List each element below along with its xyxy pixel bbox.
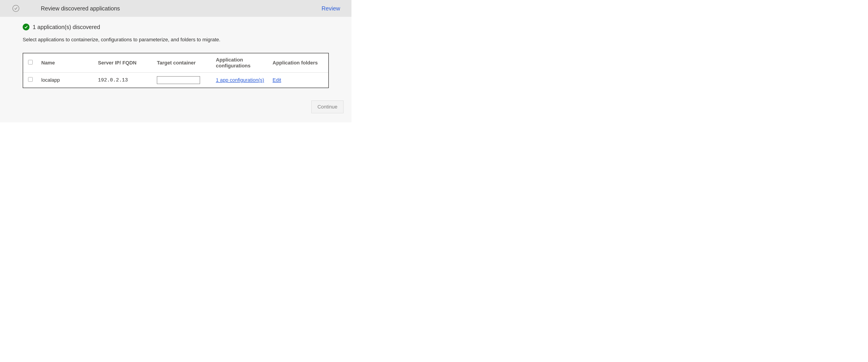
target-container-input[interactable] xyxy=(157,76,200,84)
app-name: localapp xyxy=(37,73,93,88)
app-configurations-link[interactable]: 1 app configuration(s) xyxy=(216,77,264,83)
footer: Continue xyxy=(23,88,343,113)
step-title: Review discovered applications xyxy=(41,5,321,12)
step-header: Review discovered applications Review xyxy=(0,0,351,17)
column-header-name: Name xyxy=(37,53,93,73)
review-link[interactable]: Review xyxy=(321,5,340,12)
column-header-folders: Application folders xyxy=(268,53,328,73)
app-ip: 192.0.2.13 xyxy=(93,73,152,88)
select-row-checkbox[interactable] xyxy=(28,77,33,82)
step-body: 1 application(s) discovered Select appli… xyxy=(0,17,351,122)
column-header-configurations: Application configurations xyxy=(211,53,268,73)
table-row: localapp 192.0.2.13 1 app configuration(… xyxy=(23,73,328,88)
success-icon xyxy=(23,24,29,30)
app-folders-edit-link[interactable]: Edit xyxy=(273,77,281,83)
column-header-target: Target container xyxy=(152,53,211,73)
column-header-ip: Server IP/ FQDN xyxy=(93,53,152,73)
applications-table: Name Server IP/ FQDN Target container Ap… xyxy=(23,53,329,88)
discovery-status-text: 1 application(s) discovered xyxy=(33,24,100,30)
instructions-text: Select applications to containerize, con… xyxy=(23,37,343,43)
continue-button[interactable]: Continue xyxy=(311,101,343,113)
discovery-status: 1 application(s) discovered xyxy=(23,24,343,30)
step-complete-icon xyxy=(12,5,19,12)
select-all-checkbox[interactable] xyxy=(28,60,33,64)
